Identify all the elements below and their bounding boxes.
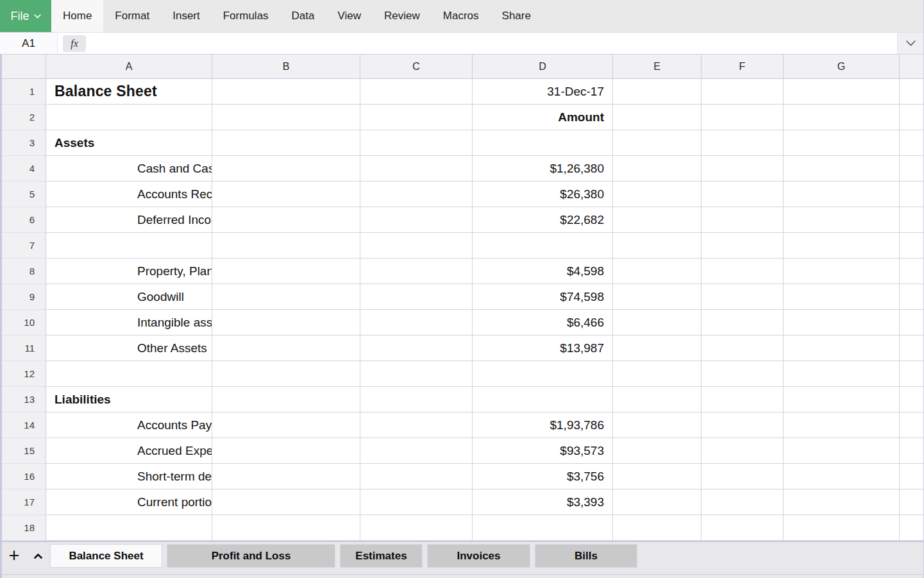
cell-D10[interactable]: $6,466	[473, 310, 613, 336]
cell-G7[interactable]	[784, 233, 900, 259]
cell-B18[interactable]	[212, 515, 360, 541]
cell-B4[interactable]	[212, 156, 360, 182]
cell-E8[interactable]	[613, 259, 701, 284]
cell-F11[interactable]	[701, 336, 784, 361]
column-header-B[interactable]: B	[212, 55, 360, 78]
cell-D11[interactable]: $13,987	[473, 336, 613, 361]
cell-C10[interactable]	[360, 310, 473, 336]
cell-C17[interactable]	[360, 489, 473, 515]
cell-E9[interactable]	[613, 284, 701, 310]
cell-A15[interactable]: Accrued Expenses	[46, 438, 212, 464]
cell-D6[interactable]: $22,682	[473, 207, 613, 233]
cell-C11[interactable]	[360, 336, 473, 361]
cell-A8[interactable]: Property, Plant and Equipments	[46, 259, 212, 284]
cell-D3[interactable]	[473, 130, 613, 156]
sheet-tab-profit-and-loss[interactable]: Profit and Loss	[167, 544, 335, 568]
cell-F9[interactable]	[701, 284, 784, 310]
cell-G5[interactable]	[784, 182, 900, 207]
cell-A13[interactable]: Liabilities	[46, 387, 212, 412]
cell-C8[interactable]	[360, 259, 473, 284]
cell-B3[interactable]	[212, 130, 360, 156]
cell-G11[interactable]	[784, 336, 900, 361]
row-header-11[interactable]: 11	[0, 336, 46, 361]
menu-item-data[interactable]: Data	[280, 0, 326, 32]
formula-input[interactable]	[91, 33, 897, 54]
cell-B15[interactable]	[212, 438, 360, 464]
cell-B9[interactable]	[212, 284, 360, 310]
cell-F6[interactable]	[701, 207, 784, 233]
menu-item-share[interactable]: Share	[491, 0, 542, 32]
cell-D14[interactable]: $1,93,786	[473, 412, 613, 438]
cell-E5[interactable]	[613, 182, 701, 207]
cell-A9[interactable]: Goodwill	[46, 284, 212, 310]
cell-F17[interactable]	[701, 489, 784, 515]
cell-E6[interactable]	[613, 207, 701, 233]
cell-B5[interactable]	[212, 182, 360, 207]
row-header-16[interactable]: 16	[0, 464, 46, 489]
row-header-10[interactable]: 10	[0, 310, 46, 336]
cell-A1[interactable]: Balance Sheet	[46, 79, 212, 105]
cell-F7[interactable]	[701, 233, 784, 259]
cell-B7[interactable]	[212, 233, 360, 259]
cell-F12[interactable]	[701, 361, 784, 387]
row-header-15[interactable]: 15	[0, 438, 46, 464]
column-header-C[interactable]: C	[360, 55, 473, 78]
sheet-tab-bills[interactable]: Bills	[535, 544, 637, 568]
cell-D7[interactable]	[473, 233, 613, 259]
cell-E7[interactable]	[613, 233, 701, 259]
row-header-4[interactable]: 4	[0, 156, 46, 182]
column-header-F[interactable]: F	[701, 55, 784, 78]
cell-C2[interactable]	[360, 105, 473, 130]
cell-D13[interactable]	[473, 387, 613, 412]
cell-D17[interactable]: $3,393	[473, 489, 613, 515]
cell-F13[interactable]	[701, 387, 784, 412]
cell-B16[interactable]	[212, 464, 360, 489]
cell-A12[interactable]	[46, 361, 212, 387]
cell-D9[interactable]: $74,598	[473, 284, 613, 310]
cell-E17[interactable]	[613, 489, 701, 515]
cell-A14[interactable]: Accounts Payable	[46, 412, 212, 438]
cell-E15[interactable]	[613, 438, 701, 464]
cell-F15[interactable]	[701, 438, 784, 464]
cell-B17[interactable]	[212, 489, 360, 515]
cell-G15[interactable]	[784, 438, 900, 464]
cell-A10[interactable]: Intangible assets	[46, 310, 212, 336]
cell-C4[interactable]	[360, 156, 473, 182]
cell-A4[interactable]: Cash and Cash equivalents	[46, 156, 212, 182]
cell-G6[interactable]	[784, 207, 900, 233]
cell-D15[interactable]: $93,573	[473, 438, 613, 464]
menu-item-formulas[interactable]: Formulas	[212, 0, 280, 32]
cell-B1[interactable]	[212, 79, 360, 105]
add-sheet-button[interactable]: +	[0, 544, 28, 568]
cell-G16[interactable]	[784, 464, 900, 489]
cell-F8[interactable]	[701, 259, 784, 284]
cell-D18[interactable]	[473, 515, 613, 541]
cell-G1[interactable]	[784, 79, 900, 105]
cell-A16[interactable]: Short-term debt	[46, 464, 212, 489]
column-header-E[interactable]: E	[613, 55, 701, 78]
row-header-6[interactable]: 6	[0, 207, 46, 233]
cell-D4[interactable]: $1,26,380	[473, 156, 613, 182]
cell-F14[interactable]	[701, 412, 784, 438]
cell-C18[interactable]	[360, 515, 473, 541]
cell-G13[interactable]	[784, 387, 900, 412]
cell-A7[interactable]	[46, 233, 212, 259]
row-header-14[interactable]: 14	[0, 412, 46, 438]
cell-F1[interactable]	[701, 79, 784, 105]
cell-F3[interactable]	[701, 130, 784, 156]
cell-E16[interactable]	[613, 464, 701, 489]
cell-E2[interactable]	[613, 105, 701, 130]
cell-C14[interactable]	[360, 412, 473, 438]
cell-E14[interactable]	[613, 412, 701, 438]
cell-B10[interactable]	[212, 310, 360, 336]
cell-E4[interactable]	[613, 156, 701, 182]
cell-A11[interactable]: Other Assets	[46, 336, 212, 361]
cell-A18[interactable]	[46, 515, 212, 541]
cell-A6[interactable]: Deferred Income Taxes	[46, 207, 212, 233]
row-header-9[interactable]: 9	[0, 284, 46, 310]
row-header-17[interactable]: 17	[0, 489, 46, 515]
column-header-A[interactable]: A	[46, 55, 212, 78]
cell-G10[interactable]	[784, 310, 900, 336]
column-header-G[interactable]: G	[784, 55, 900, 78]
cell-G8[interactable]	[784, 259, 900, 284]
